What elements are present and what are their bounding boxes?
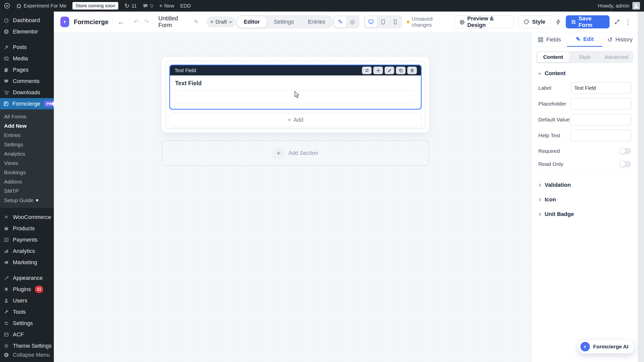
howdy-label[interactable]: Howdy, admin — [598, 3, 629, 9]
selected-text-field-block[interactable]: Text Field Text Field — [169, 65, 422, 110]
sidebar-item-label: Settings — [13, 320, 33, 327]
status-label: Draft — [216, 19, 227, 25]
mobile-view-button[interactable] — [389, 16, 401, 27]
subtab-advanced[interactable]: Advanced — [600, 52, 632, 62]
panel-tab-edit[interactable]: ✎ Edit — [567, 32, 602, 47]
sidebar-item-users[interactable]: Users — [0, 295, 54, 306]
submenu-label: Add New — [4, 123, 27, 129]
label-field-label: Label — [538, 85, 571, 91]
submenu-item-views[interactable]: Views — [0, 158, 54, 168]
save-form-button[interactable]: Save Form — [566, 15, 610, 28]
label-input[interactable] — [571, 82, 631, 94]
placeholder-input[interactable] — [571, 98, 631, 110]
submenu-item-settings[interactable]: Settings — [0, 140, 54, 149]
sidebar-item-plugins[interactable]: Plugins 11 — [0, 284, 54, 295]
sidebar-item-dashboard[interactable]: Dashboard — [0, 15, 54, 26]
collapse-menu-button[interactable]: Collapse Menu — [0, 349, 54, 360]
form-title[interactable]: Untitled Form — [158, 15, 187, 29]
style-button[interactable]: Style — [518, 15, 551, 28]
submenu-item-setup-guide[interactable]: Setup Guide — [0, 196, 54, 205]
svg-text:$: $ — [6, 238, 7, 241]
new-menu[interactable]: + New — [159, 3, 174, 9]
quick-actions-bolt-icon[interactable] — [555, 19, 561, 25]
submenu-item-add-new[interactable]: Add New — [0, 121, 54, 130]
undo-button[interactable]: ↶ — [134, 19, 139, 25]
submenu-item-smtp[interactable]: SMTP — [0, 186, 54, 196]
unit-badge-section-header[interactable]: Unit Badge — [538, 208, 631, 220]
avatar[interactable] — [632, 2, 640, 10]
validation-section-header[interactable]: Validation — [538, 179, 631, 191]
updates-menu[interactable]: ↻ 11 — [124, 2, 137, 9]
tab-settings[interactable]: Settings — [267, 16, 301, 28]
field-move-button[interactable] — [373, 67, 383, 74]
tablet-view-button[interactable] — [377, 16, 389, 27]
sidebar-item-comments[interactable]: Comments — [0, 75, 54, 87]
collapse-arrow-icon — [4, 352, 9, 357]
comments-menu[interactable]: 0 — [143, 3, 153, 9]
page-scrollbar-track[interactable] — [638, 12, 644, 362]
content-section-header[interactable]: Content — [538, 70, 631, 77]
panel-tab-history[interactable]: ↺ History — [602, 32, 638, 47]
sidebar-item-posts[interactable]: Posts — [0, 41, 54, 53]
builder-tabs: Editor Settings Entries — [236, 15, 333, 29]
fullscreen-icon[interactable] — [614, 19, 620, 25]
panel-tab-fields[interactable]: Fields — [532, 32, 567, 47]
sidebar-item-settings[interactable]: Settings — [0, 318, 54, 329]
sidebar-item-marketing[interactable]: Marketing — [0, 257, 54, 268]
site-name-menu[interactable]: Experiment For Me — [16, 3, 66, 9]
sidebar-item-products[interactable]: Products — [0, 223, 54, 234]
submenu-item-bookings[interactable]: Bookings — [0, 168, 54, 177]
default-value-input[interactable] — [571, 114, 631, 125]
read-only-toggle[interactable] — [619, 161, 631, 167]
sidebar-item-media[interactable]: Media — [0, 53, 54, 64]
section-container[interactable]: Text Field Text Field + Add — [166, 61, 425, 129]
submenu-item-addons[interactable]: Addons — [0, 177, 54, 186]
subtab-content[interactable]: Content — [537, 52, 569, 62]
sidebar-item-pages[interactable]: Pages — [0, 64, 54, 75]
field-preview[interactable]: Text Field — [170, 75, 421, 109]
help-text-field-row: Help Text — [538, 130, 631, 141]
status-dropdown[interactable]: Draft — [207, 16, 236, 27]
sidebar-item-payments[interactable]: $ Payments — [0, 234, 54, 245]
field-settings-button[interactable] — [362, 67, 372, 74]
preview-mode-button[interactable]: ◎ — [346, 16, 358, 27]
sidebar-item-acf[interactable]: ACF — [0, 329, 54, 340]
field-edit-button[interactable] — [385, 67, 394, 74]
field-preview-input[interactable] — [175, 90, 416, 103]
add-field-button[interactable]: + Add — [169, 113, 422, 127]
required-toggle[interactable] — [619, 148, 631, 154]
tab-entries[interactable]: Entries — [301, 16, 332, 28]
panel-tab-label: History — [615, 36, 632, 43]
sidebar-item-woocommerce[interactable]: W WooCommerce — [0, 211, 54, 223]
edit-mode-button[interactable]: ✎ — [334, 16, 346, 27]
more-menu-icon[interactable]: ⋮ — [625, 18, 631, 26]
submenu-item-entries[interactable]: Entries — [0, 130, 54, 140]
desktop-view-button[interactable] — [365, 16, 377, 27]
add-section-button[interactable]: + Add Section — [162, 141, 429, 166]
redo-button[interactable]: ↷ — [144, 19, 149, 25]
formcierge-ai-button[interactable]: Formcierge AI — [578, 340, 635, 353]
back-button[interactable]: ← — [118, 19, 124, 25]
wordpress-logo-icon[interactable]: W — [4, 3, 10, 9]
subtab-style[interactable]: Style — [569, 52, 601, 62]
sidebar-item-tools[interactable]: Tools — [0, 306, 54, 318]
field-duplicate-button[interactable] — [396, 67, 406, 74]
submenu-label: All Forms — [4, 114, 26, 120]
sidebar-item-elementor[interactable]: Elementor — [0, 26, 54, 37]
ai-button-label: Formcierge AI — [593, 344, 628, 350]
sidebar-item-downloads[interactable]: Downloads — [0, 87, 54, 98]
help-text-input[interactable] — [571, 130, 631, 141]
sidebar-item-appearance[interactable]: Appearance — [0, 272, 54, 284]
preview-design-button[interactable]: ◎ Preview & Design — [454, 15, 514, 28]
tab-editor[interactable]: Editor — [237, 16, 267, 28]
sidebar-item-formcierge[interactable]: Formcierge PRO — [0, 98, 54, 109]
placeholder-field-row: Placeholder — [538, 98, 631, 110]
icon-section-header[interactable]: Icon — [538, 193, 631, 206]
submenu-item-analytics[interactable]: Analytics — [0, 149, 54, 158]
edd-menu[interactable]: EDD — [180, 3, 191, 9]
submenu-item-all-forms[interactable]: All Forms — [0, 112, 54, 121]
sidebar-item-analytics[interactable]: Analytics — [0, 245, 54, 257]
rename-pencil-icon[interactable]: ✎ — [194, 19, 198, 25]
form-canvas[interactable]: Text Field Text Field + Add — [54, 32, 531, 362]
field-delete-button[interactable] — [407, 67, 417, 74]
